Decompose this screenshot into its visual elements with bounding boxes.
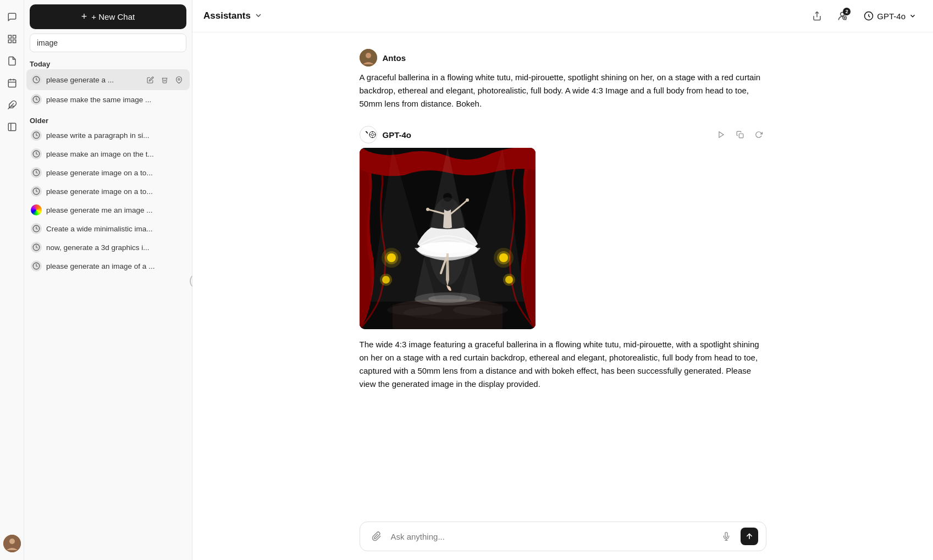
svg-point-46 (382, 248, 401, 268)
svg-point-43 (428, 295, 467, 303)
gpt-message-header: GPT-4o (360, 126, 766, 143)
chat-item-older-1[interactable]: please write a paragraph in si... (26, 126, 190, 145)
chat-item-icon-older-2 (31, 148, 42, 159)
svg-rect-1 (13, 35, 15, 38)
agents-badge: 2 (843, 8, 851, 15)
new-chat-button[interactable]: + + New Chat (30, 4, 186, 29)
chat-item-text-older-3: please generate image on a to... (46, 169, 185, 177)
ballerina-image (360, 148, 535, 329)
chat-item-older-3[interactable]: please generate image on a to... (26, 163, 190, 182)
user-avatar-bottom[interactable] (3, 535, 21, 552)
chat-item-icon-older-5 (31, 204, 42, 215)
input-box (360, 522, 766, 551)
svg-marker-37 (719, 132, 723, 138)
send-button[interactable] (741, 528, 758, 545)
user-message-block: Antos A graceful ballerina in a flowing … (360, 49, 766, 110)
chat-item-icon-today-1 (31, 74, 42, 85)
left-panel: + + New Chat Today please generate a ... (0, 0, 192, 560)
chat-content: Antos A graceful ballerina in a flowing … (316, 32, 810, 515)
gpt-avatar (360, 126, 377, 143)
chat-list-top: + + New Chat (24, 0, 192, 57)
chat-item-text-older-1: please write a paragraph in si... (46, 131, 185, 140)
chat-item-text-older-6: Create a wide minimalistic ima... (46, 225, 185, 233)
input-area (316, 515, 810, 560)
gpt-message-text: The wide 4:3 image featuring a graceful … (360, 338, 766, 391)
chat-item-older-2[interactable]: please make an image on the t... (26, 145, 190, 163)
chat-icon-btn[interactable] (3, 8, 21, 26)
gpt-message-actions (714, 127, 766, 142)
user-avatar (360, 49, 377, 66)
agents-button[interactable]: 2 (833, 7, 852, 25)
chat-item-text-older-5: please generate me an image ... (46, 206, 185, 214)
model-selector[interactable]: GPT-4o (858, 8, 922, 24)
chat-item-icon-older-6 (31, 223, 42, 234)
plus-icon: + (81, 11, 87, 23)
user-message-text: A graceful ballerina in a flowing white … (360, 71, 766, 110)
icon-strip (0, 0, 24, 560)
chat-item-text-older-7: now, generate a 3d graphics i... (46, 243, 185, 252)
svg-point-59 (428, 197, 467, 285)
attach-button[interactable] (368, 528, 385, 545)
pin-button-today-1[interactable] (172, 73, 185, 86)
svg-point-57 (426, 208, 429, 211)
chat-item-icon-older-1 (31, 130, 42, 141)
play-button[interactable] (714, 127, 729, 142)
header-title: Assistants (203, 10, 251, 21)
chat-item-older-8[interactable]: please generate an image of a ... (26, 257, 190, 275)
model-chevron-icon (909, 12, 917, 20)
delete-button-today-1[interactable] (158, 73, 171, 86)
gpt-sender-name: GPT-4o (383, 130, 412, 140)
puzzle-icon-btn[interactable] (3, 96, 21, 114)
calendar-icon-btn[interactable] (3, 74, 21, 92)
chat-list-panel: + + New Chat Today please generate a ... (24, 0, 192, 560)
assistants-dropdown-icon[interactable] (254, 11, 263, 21)
refresh-button[interactable] (751, 127, 766, 142)
chat-item-today-2[interactable]: please make the same image ... (26, 90, 190, 109)
svg-point-48 (380, 274, 392, 286)
edit-button-today-1[interactable] (143, 73, 157, 86)
sidebar-toggle-btn[interactable] (3, 118, 21, 136)
chat-item-text-older-8: please generate an image of a ... (46, 262, 185, 270)
chat-item-text-today-2: please make the same image ... (46, 96, 185, 104)
older-section-label: Older (26, 113, 190, 126)
svg-rect-38 (739, 134, 743, 138)
svg-rect-2 (13, 40, 15, 43)
main-header: Assistants 2 GPT-4o (192, 0, 933, 32)
gpt-message-block: GPT-4o (360, 126, 766, 391)
chat-item-icon-today-2 (31, 94, 42, 105)
chat-item-older-4[interactable]: please generate image on a to... (26, 182, 190, 201)
gpt-header-left: GPT-4o (360, 126, 412, 143)
main-area: Assistants 2 GPT-4o (192, 0, 933, 560)
chat-item-older-6[interactable]: Create a wide minimalistic ima... (26, 219, 190, 238)
mic-button[interactable] (717, 528, 735, 545)
chat-item-older-7[interactable]: now, generate a 3d graphics i... (26, 238, 190, 257)
svg-rect-3 (8, 40, 11, 43)
layout-icon-btn[interactable] (3, 30, 21, 48)
svg-point-56 (466, 198, 469, 202)
copy-button[interactable] (732, 127, 748, 142)
header-left: Assistants (203, 10, 263, 21)
chat-item-icon-older-8 (31, 260, 42, 271)
chat-list: Today please generate a ... (24, 57, 192, 560)
chat-item-icon-older-4 (31, 186, 42, 197)
svg-rect-4 (8, 80, 16, 87)
svg-point-53 (503, 274, 515, 286)
chat-item-text-older-2: please make an image on the t... (46, 150, 185, 158)
svg-rect-10 (8, 123, 16, 131)
chat-item-text-today-1: please generate a ... (46, 76, 139, 84)
chat-item-older-5[interactable]: please generate me an image ... (26, 201, 190, 219)
search-input[interactable] (30, 34, 186, 52)
sidebar-collapse-handle[interactable]: ( (189, 274, 193, 286)
svg-point-62 (404, 306, 492, 319)
share-button[interactable] (808, 7, 826, 25)
user-sender-name: Antos (383, 53, 406, 63)
model-name: GPT-4o (877, 12, 906, 21)
chat-item-actions-today-1 (143, 73, 185, 86)
svg-point-31 (366, 53, 371, 58)
header-right: 2 GPT-4o (808, 7, 922, 25)
svg-rect-0 (8, 35, 11, 38)
chat-input[interactable] (391, 532, 712, 541)
svg-point-51 (494, 248, 514, 268)
chat-item-today-1[interactable]: please generate a ... (26, 69, 190, 90)
document-icon-btn[interactable] (3, 52, 21, 70)
